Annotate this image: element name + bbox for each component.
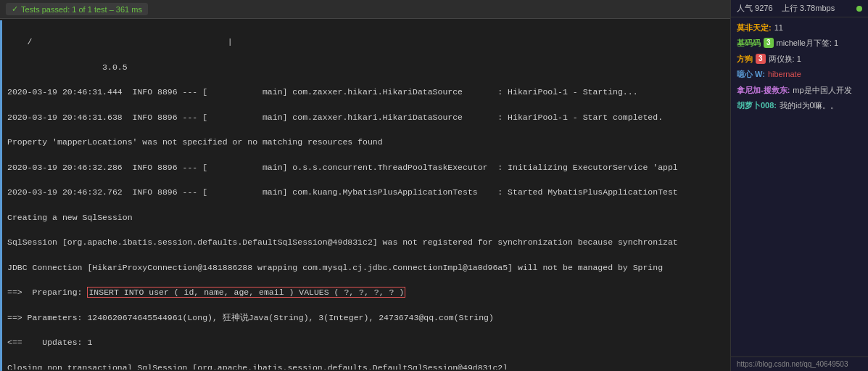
console-line: Property 'mapperLocations' was not speci…	[7, 136, 723, 148]
chat-username: 胡萝卜008:	[737, 100, 777, 111]
pass-text: Tests passed: 1 of 1 test – 361 ms	[21, 5, 142, 14]
chat-item: 方狗 3 两仪换: 1	[731, 52, 868, 67]
sql-box: INSERT INTO user ( id, name, age, email …	[87, 287, 405, 298]
chat-item: 莫非天定: 11	[731, 20, 868, 36]
console-line: 2020-03-19 20:46:31.638 INFO 8896 --- [ …	[7, 111, 723, 123]
chat-message: 11	[774, 23, 783, 33]
chat-username: 基码码	[737, 38, 761, 49]
chat-message-hibernate: hibernate	[768, 69, 801, 80]
chat-item: 胡萝卜008: 我的id为0嘛。。	[731, 98, 868, 113]
preparing-line: ==> Preparing: INSERT INTO user ( id, na…	[7, 286, 723, 298]
chat-item: 噫心 W: hibernate	[731, 67, 868, 82]
upload-speed: 上行 3.78mbps	[782, 4, 835, 12]
console-line: <== Updates: 1	[7, 336, 723, 348]
check-icon: ✓	[12, 4, 18, 14]
console-line: Creating a new SqlSession	[7, 211, 723, 224]
sidebar-header: 人气 9276 上行 3.78mbps	[731, 0, 868, 17]
chat-username: 噫心 W:	[737, 69, 765, 80]
chat-message: 两仪换: 1	[769, 54, 801, 65]
online-indicator	[856, 6, 862, 12]
chat-username: 方狗	[737, 54, 753, 65]
chat-username: 拿尼加-援救东:	[737, 85, 790, 96]
console-line: JDBC Connection [HikariProxyConnection@1…	[7, 261, 723, 274]
chat-message: mp是中国人开发	[793, 85, 851, 96]
chat-item: 拿尼加-援救东: mp是中国人开发	[731, 83, 868, 98]
console-line: Closing non transactional SqlSession [or…	[7, 362, 723, 370]
chat-username: 莫非天定:	[737, 23, 772, 33]
sidebar: 人气 9276 上行 3.78mbps 莫非天定: 11 基码码 3 miche…	[730, 0, 868, 371]
console-line: SqlSession [org.apache.ibatis.session.de…	[7, 236, 723, 248]
sidebar-footer: https://blog.csdn.net/qq_40649503	[731, 356, 868, 371]
badge: 3	[756, 54, 766, 64]
footer-url: https://blog.csdn.net/qq_40649503	[737, 360, 848, 368]
chat-message: 我的id为0嘛。。	[780, 100, 838, 111]
console-line: / |	[7, 36, 723, 48]
console-line: 2020-03-19 20:46:31.444 INFO 8896 --- [ …	[7, 86, 723, 98]
console-line: 3.0.5	[7, 61, 723, 73]
toolbar: ✓ Tests passed: 1 of 1 test – 361 ms	[0, 0, 730, 19]
console-output: / | 3.0.5 2020-03-19 20:46:31.444 INFO 8…	[0, 19, 730, 370]
chat-item: 基码码 3 michelle月下签: 1	[731, 36, 868, 51]
chat-message: michelle月下签: 1	[777, 38, 839, 49]
online-stats: 人气 9276 上行 3.78mbps	[737, 3, 835, 14]
badge: 3	[764, 38, 774, 48]
console-line: 2020-03-19 20:46:32.286 INFO 8896 --- [ …	[7, 161, 723, 174]
audience-count: 人气 9276	[737, 4, 773, 12]
chat-area: 莫非天定: 11 基码码 3 michelle月下签: 1 方狗 3 两仪换: …	[731, 17, 868, 356]
left-accent	[0, 20, 2, 371]
console-line: 2020-03-19 20:46:32.762 INFO 8896 --- [ …	[7, 186, 723, 198]
console-line: ==> Parameters: 1240620674645544961(Long…	[7, 311, 723, 324]
test-pass-badge: ✓ Tests passed: 1 of 1 test – 361 ms	[6, 3, 148, 15]
